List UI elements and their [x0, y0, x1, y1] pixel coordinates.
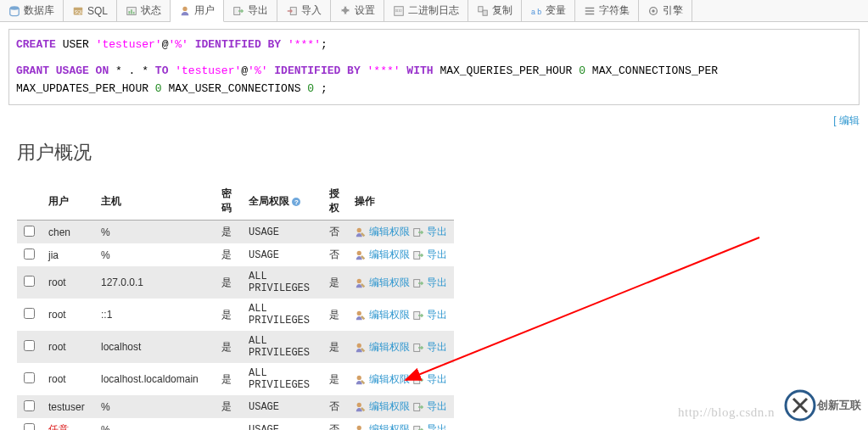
table-row: 任意%--USAGE否编辑权限 导出	[17, 418, 454, 430]
header-grant[interactable]: 授权	[322, 182, 348, 221]
sql-line-1: CREATE USER 'testuser'@'%' IDENTIFIED BY…	[16, 36, 852, 54]
header-host[interactable]: 主机	[94, 182, 215, 221]
svg-point-23	[357, 278, 361, 282]
sql-line-2: GRANT USAGE ON * . * TO 'testuser'@'%' I…	[16, 63, 852, 98]
tab-export[interactable]: 导出	[224, 0, 277, 21]
row-checkbox[interactable]	[24, 340, 35, 351]
users-table: 用户 主机 密码 全局权限? 授权 操作 chen%是USAGE否编辑权限 导出…	[17, 182, 454, 430]
row-checkbox[interactable]	[24, 249, 35, 260]
export-row-icon	[412, 342, 424, 354]
svg-rect-5	[131, 9, 132, 14]
settings-icon	[339, 5, 351, 17]
tab-binlog[interactable]: 0110 二进制日志	[384, 0, 468, 21]
edit-priv-link[interactable]: 编辑权限	[369, 373, 410, 385]
svg-text:a b: a b	[531, 7, 541, 15]
cell-actions: 编辑权限 导出	[348, 299, 454, 331]
svg-text:?: ?	[294, 198, 299, 206]
logo-icon	[783, 388, 817, 422]
replication-icon	[477, 5, 489, 17]
edit-priv-link[interactable]: 编辑权限	[369, 423, 410, 430]
tab-charset[interactable]: 字符集	[575, 0, 639, 21]
edit-priv-icon	[355, 249, 367, 261]
row-checkbox[interactable]	[24, 400, 35, 411]
header-password[interactable]: 密码	[215, 182, 242, 221]
export-link[interactable]: 导出	[427, 341, 447, 353]
export-link[interactable]: 导出	[427, 373, 447, 385]
tab-database[interactable]: 数据库	[0, 0, 64, 21]
svg-text:0110: 0110	[395, 8, 402, 12]
tab-variables[interactable]: a b 变量	[522, 0, 575, 21]
svg-rect-34	[414, 427, 420, 430]
tab-label: 导入	[301, 3, 322, 18]
cell-actions: 编辑权限 导出	[348, 243, 454, 266]
export-link[interactable]: 导出	[427, 400, 447, 412]
cell-actions: 编辑权限 导出	[348, 418, 454, 430]
edit-priv-link[interactable]: 编辑权限	[369, 249, 410, 260]
tab-sql[interactable]: SQL SQL	[64, 0, 117, 21]
tab-import[interactable]: 导入	[277, 0, 331, 21]
edit-priv-icon	[355, 424, 367, 430]
cell-grant: 否	[322, 395, 348, 418]
cell-priv: ALL PRIVILEGES	[242, 363, 322, 395]
cell-grant: 否	[322, 221, 348, 244]
svg-rect-4	[129, 11, 131, 14]
tab-users[interactable]: 用户	[171, 0, 224, 22]
variables-icon: a b	[530, 5, 542, 17]
edit-priv-link[interactable]: 编辑权限	[369, 341, 410, 353]
inline-edit-link: [ 编辑	[0, 110, 868, 131]
svg-point-7	[182, 6, 187, 10]
svg-point-21	[357, 251, 361, 255]
export-link[interactable]: 导出	[427, 309, 447, 321]
table-row: chen%是USAGE否编辑权限 导出	[17, 221, 454, 244]
cell-grant: 否	[322, 243, 348, 266]
cell-host: %	[94, 243, 215, 266]
help-icon[interactable]: ?	[291, 197, 301, 207]
tab-label: 字符集	[599, 3, 630, 18]
export-row-icon	[412, 401, 424, 413]
tab-label: 设置	[355, 3, 375, 18]
export-row-icon	[412, 374, 424, 386]
binlog-icon: 0110	[393, 5, 405, 17]
header-user[interactable]: 用户	[42, 182, 94, 221]
export-link[interactable]: 导出	[427, 423, 447, 430]
svg-point-27	[357, 343, 361, 347]
export-row-icon	[412, 226, 424, 238]
row-checkbox[interactable]	[24, 372, 35, 383]
edit-priv-link[interactable]: 编辑权限	[369, 226, 410, 237]
export-link[interactable]: 导出	[427, 276, 447, 288]
edit-priv-icon	[355, 374, 367, 386]
cell-priv: ALL PRIVILEGES	[242, 331, 322, 363]
tab-replication[interactable]: 复制	[468, 0, 522, 21]
cell-password: 是	[215, 331, 242, 363]
sql-query-panel: CREATE USER 'testuser'@'%' IDENTIFIED BY…	[8, 29, 860, 105]
tab-engine[interactable]: 引擎	[639, 0, 692, 21]
header-global-priv[interactable]: 全局权限?	[242, 182, 322, 221]
svg-point-16	[652, 9, 655, 13]
edit-priv-link[interactable]: 编辑权限	[369, 309, 410, 321]
export-link[interactable]: 导出	[427, 249, 447, 260]
cell-user: root	[42, 331, 94, 363]
edit-priv-link[interactable]: 编辑权限	[369, 276, 410, 288]
row-checkbox[interactable]	[24, 423, 35, 430]
status-icon	[126, 5, 137, 17]
row-checkbox[interactable]	[24, 308, 35, 319]
tab-settings[interactable]: 设置	[331, 0, 384, 21]
cell-user: testuser	[42, 395, 94, 418]
edit-priv-link[interactable]: 编辑权限	[369, 400, 410, 412]
cell-grant: 是	[322, 266, 348, 299]
row-checkbox[interactable]	[24, 276, 35, 287]
cell-actions: 编辑权限 导出	[348, 331, 454, 363]
export-link[interactable]: 导出	[427, 226, 447, 237]
tab-status[interactable]: 状态	[117, 0, 171, 21]
watermark-text: http://blog.csdn.n	[678, 405, 775, 420]
cell-priv: USAGE	[242, 395, 322, 418]
cell-user: root	[42, 363, 94, 395]
cell-password: 是	[215, 243, 242, 266]
tab-label: 用户	[194, 3, 215, 18]
row-checkbox[interactable]	[24, 226, 35, 237]
edit-link-anchor[interactable]: [ 编辑	[833, 114, 860, 126]
edit-priv-icon	[355, 277, 367, 289]
cell-user: 任意	[42, 418, 94, 430]
export-row-icon	[412, 424, 424, 430]
edit-priv-icon	[355, 310, 367, 321]
